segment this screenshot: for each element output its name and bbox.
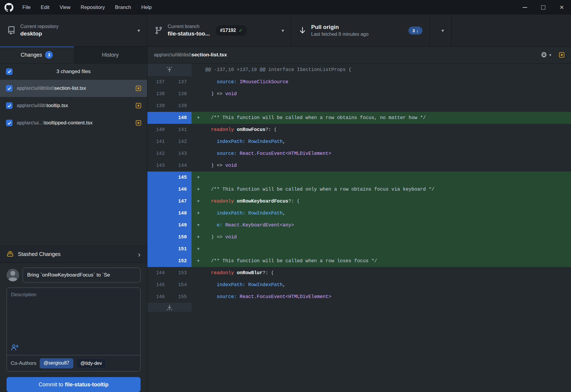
diff-line[interactable]: 151+: [147, 243, 571, 255]
diff-line[interactable]: 144153 readonly onRowBlur?: (: [147, 267, 571, 279]
file-row[interactable]: app\src\ui\lib\tooltip.tsx: [0, 97, 147, 114]
description-box: Co-Authors @sergiou87@tidy-dev: [7, 288, 141, 371]
toolbar: Current repository desktop ▾ Current bra…: [0, 15, 571, 47]
diff-line[interactable]: 149+ e: React.KeyboardEvent<any>: [147, 219, 571, 231]
stashed-changes-row[interactable]: Stashed Changes ›: [0, 246, 147, 263]
toolbar-spacer: [452, 15, 571, 46]
old-line-number: 146: [147, 291, 169, 303]
diff-line[interactable]: 145+: [147, 172, 571, 183]
pull-origin-button[interactable]: Pull origin Last fetched 8 minutes ago 3…: [291, 15, 430, 46]
diff-file-name: section-list.tsx: [192, 52, 227, 58]
diff-lines: 137137 source: IMouseClickSource138138 )…: [147, 76, 571, 303]
diff-line[interactable]: 142143 source: React.FocusEvent<HTMLDivE…: [147, 148, 571, 160]
diff-line[interactable]: 152+ /** This function will be called wh…: [147, 255, 571, 267]
new-line-number: 150: [169, 231, 192, 243]
old-line-number: 137: [147, 76, 169, 88]
diff-line[interactable]: 148+ indexPath: RowIndexPath,: [147, 207, 571, 219]
added-line-marker: +: [197, 195, 205, 207]
diff-line[interactable]: 145154 indexPath: RowIndexPath,: [147, 279, 571, 291]
coauthor-pill[interactable]: @tidy-dev: [76, 358, 106, 368]
file-row[interactable]: app\src\ui\lib\list\section-list.tsx: [0, 80, 147, 97]
commit-summary-input[interactable]: [23, 268, 141, 283]
current-branch-button[interactable]: Current branch file-status-too... #17192…: [147, 15, 291, 46]
new-line-number: 137: [169, 76, 192, 88]
code-token: ) =>: [205, 163, 225, 168]
code-token: [234, 270, 237, 276]
file-path: app\src\ui\lib\tooltip.tsx: [17, 103, 132, 109]
tab-changes[interactable]: Changes3: [0, 47, 74, 63]
code-token: ?: (: [266, 127, 277, 132]
diff-line[interactable]: 138138 ) => void: [147, 88, 571, 100]
code-token: [245, 211, 248, 216]
git-branch-icon: [155, 26, 163, 35]
code-token: source:: [217, 294, 237, 300]
code-line: ) => void: [192, 160, 571, 172]
line-marker: [197, 100, 205, 112]
chevron-down-icon: ▾: [277, 28, 284, 33]
diff-line[interactable]: 137137 source: IMouseClickSource: [147, 76, 571, 88]
repo-label: Current repository: [20, 24, 58, 29]
diff-line[interactable]: 140+ /** This function will be called wh…: [147, 112, 571, 124]
changes-history-tabs: Changes3History: [0, 47, 147, 64]
diff-line[interactable]: 140141 readonly onRowFocus?: (: [147, 124, 571, 136]
old-line-number: 139: [147, 100, 169, 112]
new-line-number: 153: [169, 267, 192, 279]
code-token: [237, 294, 240, 300]
checkbox[interactable]: [6, 120, 13, 126]
old-line-number: 144: [147, 267, 169, 279]
code-line: [192, 100, 571, 112]
code-line: + e: React.KeyboardEvent<any>: [192, 219, 571, 231]
file-row[interactable]: app\src\ui...\tooltipped-content.tsx: [0, 114, 147, 132]
line-marker: [197, 291, 205, 303]
diff-line[interactable]: 150+ ) => void: [147, 231, 571, 243]
minimize-button[interactable]: [516, 0, 534, 15]
new-line-number: 149: [169, 219, 192, 231]
current-repository-button[interactable]: Current repository desktop ▾: [0, 15, 147, 46]
coauthor-pill[interactable]: @sergiou87: [40, 358, 73, 368]
checkbox[interactable]: [6, 102, 13, 109]
chevron-down-icon: ▾: [133, 28, 140, 33]
code-token: ) =>: [205, 91, 225, 97]
commit-button[interactable]: Commit to file-status-tooltip: [7, 377, 141, 392]
maximize-button[interactable]: [534, 0, 553, 15]
diff-header-actions: ⚙ ▾: [541, 51, 564, 58]
pr-number-badge[interactable]: #17192 ✓: [216, 25, 247, 36]
menu-file[interactable]: File: [17, 0, 36, 15]
include-all-checkbox[interactable]: [6, 68, 13, 75]
diff-line[interactable]: 146155 source: React.FocusEvent<HTMLDivE…: [147, 291, 571, 303]
code-token: onRowKeyboardFocus: [237, 199, 288, 204]
menu-view[interactable]: View: [55, 0, 76, 15]
checkbox[interactable]: [6, 85, 13, 92]
branch-text: Current branch file-status-too...: [168, 24, 210, 37]
commit-description-input[interactable]: [7, 288, 140, 339]
diff-line[interactable]: 146+ /** This function will be called on…: [147, 183, 571, 195]
diff-options-button[interactable]: ⚙ ▾: [541, 51, 551, 58]
menu-repository[interactable]: Repository: [75, 0, 110, 15]
code-line: source: IMouseClickSource: [192, 76, 571, 88]
menu-help[interactable]: Help: [136, 0, 157, 15]
diff-line[interactable]: 139139: [147, 100, 571, 112]
code-token: ?: (: [288, 199, 300, 204]
file-dir: app\src\ui\lib\list\: [17, 85, 54, 91]
old-line-number: 140: [147, 124, 169, 136]
add-coauthor-icon[interactable]: [11, 344, 19, 352]
menu-edit[interactable]: Edit: [36, 0, 54, 15]
old-line-number: [147, 195, 169, 207]
old-line-number: [147, 207, 169, 219]
pull-dropdown-button[interactable]: ▾: [430, 15, 452, 46]
diff-line[interactable]: 143144 ) => void: [147, 160, 571, 172]
expand-hunk-up-button[interactable]: [147, 64, 192, 76]
close-button[interactable]: ✕: [553, 0, 571, 15]
file-dir: app\src\ui...\: [17, 120, 44, 126]
expand-hunk-down-button[interactable]: [147, 303, 192, 312]
line-marker: [197, 279, 205, 291]
changes-count-badge: 3: [45, 51, 53, 59]
diff-line[interactable]: 147+ readonly onRowKeyboardFocus?: (: [147, 195, 571, 207]
new-line-number: 141: [169, 124, 192, 136]
file-dir: app\src\ui\lib\: [17, 103, 47, 108]
menu-branch[interactable]: Branch: [110, 0, 136, 15]
new-line-number: 155: [169, 291, 192, 303]
diff-line[interactable]: 141142 indexPath: RowIndexPath,: [147, 136, 571, 148]
code-token: [237, 151, 240, 156]
tab-history[interactable]: History: [74, 47, 147, 63]
